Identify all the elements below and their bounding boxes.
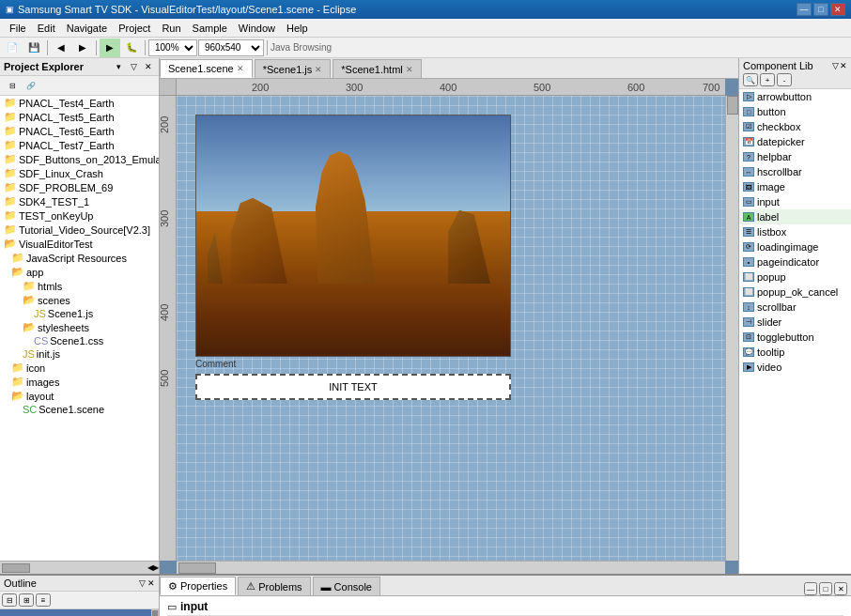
tree-item-pnacl6[interactable]: 📁PNACL_Test6_Earth	[0, 124, 159, 138]
explorer-scrollbar-h[interactable]: ◀ ▶	[0, 561, 159, 574]
comp-button[interactable]: □button	[739, 104, 851, 119]
tree-item-htmls[interactable]: 📁htmls	[0, 279, 159, 293]
comp-hscrollbar[interactable]: ↔hscrollbar	[739, 164, 851, 179]
menu-window[interactable]: Window	[233, 21, 281, 36]
comp-lib-close-btn[interactable]: ✕	[840, 61, 847, 70]
outline-btn1[interactable]: ⊟	[2, 593, 17, 607]
comp-checkbox[interactable]: ☑checkbox	[739, 119, 851, 134]
forward-btn[interactable]: ▶	[72, 38, 93, 57]
comp-loadingimage[interactable]: ⟳loadingimage	[739, 239, 851, 254]
scrollbar-h-thumb[interactable]	[178, 562, 216, 574]
comp-scrollbar[interactable]: ↕scrollbar	[739, 300, 851, 315]
collapse-btn[interactable]: ▾	[112, 60, 125, 73]
tree-item-test-onkey[interactable]: 📁TEST_onKeyUp	[0, 208, 159, 223]
comp-pageindicator[interactable]: •pageindicator	[739, 254, 851, 270]
props-close-btn[interactable]: ✕	[834, 582, 847, 595]
outline-close-btn[interactable]: ✕	[147, 578, 155, 588]
tree-item-sdf-problem[interactable]: 📁SDF_PROBLEM_69	[0, 180, 159, 194]
back-btn[interactable]: ◀	[51, 38, 71, 57]
tab-scene1-scene[interactable]: Scene1.scene ✕	[160, 59, 253, 78]
tree-item-sdk4[interactable]: 📁SDK4_TEST_1	[0, 194, 159, 208]
props-minimize-btn[interactable]: —	[804, 582, 817, 595]
tree-item-scene1css[interactable]: CSScene1.css	[0, 334, 159, 347]
comp-slider[interactable]: ⊣slider	[739, 315, 851, 330]
comp-datepicker[interactable]: 📅datepicker	[739, 134, 851, 149]
title-bar: ▣ Samsung Smart TV SDK - VisualEditorTes…	[0, 0, 851, 19]
comp-search-btn[interactable]: 🔍	[743, 73, 758, 86]
zoom-select[interactable]: 100% 75% 50%	[148, 39, 197, 56]
canvas-scrollbar-h[interactable]	[177, 561, 725, 574]
minimize-btn[interactable]: —	[797, 3, 812, 16]
tree-item-app[interactable]: 📂app	[0, 265, 159, 279]
tab-scene1-html[interactable]: *Scene1.html ✕	[333, 59, 421, 78]
build-btn[interactable]: ▶	[100, 38, 120, 57]
link-btn[interactable]: 🔗	[23, 78, 39, 93]
tab-properties[interactable]: ⚙ Properties	[160, 577, 236, 595]
new-btn[interactable]: 📄	[2, 38, 23, 57]
tree-item-sdf-linux[interactable]: 📁SDF_Linux_Crash	[0, 166, 159, 180]
comp-zoom-out-btn[interactable]: -	[777, 73, 792, 86]
tree-item-pnacl7[interactable]: 📁PNACL_Test7_Earth	[0, 138, 159, 152]
comp-video[interactable]: ▶video	[739, 360, 851, 375]
scrollbar-thumb-h[interactable]	[2, 563, 30, 573]
menu-edit[interactable]: Edit	[32, 21, 61, 36]
comp-popup[interactable]: ⬜popup	[739, 270, 851, 285]
comp-lib-menu-btn[interactable]: ▽	[832, 61, 839, 70]
menu-file[interactable]: File	[4, 21, 32, 36]
tab-problems[interactable]: ⚠ Problems	[238, 577, 310, 595]
outline-menu-btn[interactable]: ▽	[139, 578, 146, 588]
menu-run[interactable]: Run	[156, 21, 186, 36]
props-maximize-btn[interactable]: □	[819, 582, 832, 595]
comp-image[interactable]: 🖼image	[739, 179, 851, 194]
comp-label[interactable]: Alabel	[739, 209, 851, 224]
debug-btn[interactable]: 🐛	[121, 38, 142, 57]
tab-scene1-scene-close[interactable]: ✕	[237, 64, 244, 73]
comp-togglebutton[interactable]: ⊡togglebutton	[739, 330, 851, 345]
tree-item-sdf-buttons[interactable]: 📁SDF_Buttons_on_2013_Emulator	[0, 152, 159, 166]
tree-item-js-resources[interactable]: 📁JavaScript Resources	[0, 251, 159, 265]
canvas-scrollbar-v[interactable]	[725, 96, 738, 561]
tree-item-icon[interactable]: 📁icon	[0, 361, 159, 375]
input-element-canvas[interactable]: INIT TEXT	[195, 374, 511, 400]
comp-zoom-in-btn[interactable]: +	[760, 73, 775, 86]
resolution-select[interactable]: 960x540 1280x720 1920x1080	[198, 39, 264, 56]
outline-panel: Outline ▽ ✕ ⊟ ⊞ ≡ INIT TEXT	[0, 576, 160, 616]
save-btn[interactable]: 💾	[23, 38, 44, 57]
comp-input[interactable]: ▭input	[739, 194, 851, 209]
tree-item-visual[interactable]: 📂VisualEditorTest	[0, 237, 159, 251]
tree-item-tutorial[interactable]: 📁Tutorial_Video_Source[V2.3]	[0, 223, 159, 237]
outline-btn3[interactable]: ≡	[36, 593, 51, 607]
menu-help[interactable]: Help	[281, 21, 314, 36]
tab-scene1-js[interactable]: *Scene1.js ✕	[255, 59, 332, 78]
tab-console[interactable]: ▬ Console	[313, 577, 380, 595]
comp-helpbar[interactable]: ?helpbar	[739, 149, 851, 164]
close-btn[interactable]: ✕	[830, 3, 845, 16]
comp-arrowbutton[interactable]: ▷arrowbutton	[739, 89, 851, 104]
tree-item-images[interactable]: 📁images	[0, 375, 159, 389]
menu-sample[interactable]: Sample	[187, 21, 233, 36]
tree-item-scenes[interactable]: 📂scenes	[0, 293, 159, 307]
close-panel-btn[interactable]: ✕	[142, 60, 155, 73]
tree-item-scene1js[interactable]: JSScene1.js	[0, 307, 159, 320]
scroll-right-btn[interactable]: ▶	[153, 563, 159, 572]
tree-item-layout[interactable]: 📂layout	[0, 389, 159, 403]
menu-navigate[interactable]: Navigate	[61, 21, 113, 36]
canvas-scroll-area[interactable]: Comment INIT TEXT	[177, 96, 725, 561]
comp-tooltip[interactable]: 💬tooltip	[739, 345, 851, 360]
tree-item-scene1scene[interactable]: SCScene1.scene	[0, 403, 159, 416]
comp-listbox[interactable]: ☰listbox	[739, 224, 851, 239]
tree-item-stylesheets[interactable]: 📂stylesheets	[0, 320, 159, 334]
canvas-image-element[interactable]	[195, 115, 511, 357]
tree-item-pnacl5[interactable]: 📁PNACL_Test5_Earth	[0, 110, 159, 124]
collapse-all-btn[interactable]: ⊟	[4, 78, 21, 93]
tab-scene1-js-close[interactable]: ✕	[315, 65, 322, 74]
comp-popup-ok-cancel[interactable]: ⬜popup_ok_cancel	[739, 285, 851, 300]
tab-scene1-html-close[interactable]: ✕	[406, 65, 413, 74]
scrollbar-v-thumb[interactable]	[727, 96, 738, 115]
outline-btn2[interactable]: ⊞	[19, 593, 34, 607]
tree-item-pnacl4[interactable]: 📁PNACL_Test4_Earth	[0, 96, 159, 110]
tree-item-initjs[interactable]: JSinit.js	[0, 347, 159, 361]
maximize-btn[interactable]: □	[813, 3, 828, 16]
menu-project[interactable]: Project	[113, 21, 156, 36]
panel-menu-btn[interactable]: ▽	[127, 60, 140, 73]
